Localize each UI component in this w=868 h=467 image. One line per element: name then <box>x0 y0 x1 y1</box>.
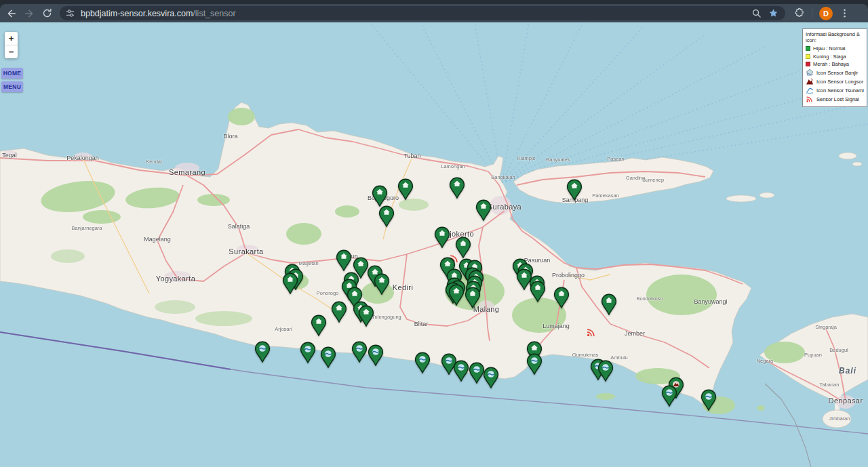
extensions-icon[interactable] <box>793 7 805 19</box>
sensor-marker-banjir[interactable] <box>282 272 298 294</box>
sensor-marker-banjir[interactable] <box>530 281 546 302</box>
sensor-marker-banjir[interactable] <box>397 178 414 200</box>
legend-item-label: Kuning : Siaga <box>813 54 846 60</box>
sensor-marker-banjir[interactable] <box>358 305 374 327</box>
forward-button[interactable] <box>20 5 38 22</box>
legend-icon-item: Sensor Lost Signal <box>806 95 864 104</box>
url-text: bpbdjatim-sensor.kesvira.com/list_sensor <box>81 9 751 18</box>
small-islands <box>726 153 862 202</box>
forward-icon <box>24 8 35 19</box>
bookmark-star-icon[interactable] <box>768 8 778 18</box>
sensor-marker-banjir[interactable] <box>372 185 388 207</box>
longsor-icon <box>806 77 814 85</box>
legend-color-swatch <box>806 46 810 51</box>
site-info-icon[interactable] <box>65 8 75 18</box>
sensor-marker-banjir[interactable] <box>336 249 352 271</box>
sensor-marker-banjir[interactable] <box>434 226 450 248</box>
home-button[interactable]: HOME <box>1 68 23 79</box>
sensor-marker-banjir[interactable] <box>374 273 390 295</box>
url-path: /list_sensor <box>193 9 235 18</box>
legend-status-list: Hijau : NormalKuning : SiagaMerah : Baha… <box>806 45 864 68</box>
back-button[interactable] <box>3 5 20 22</box>
legend-icon-item: Icon Sensor Tsunami <box>806 86 864 95</box>
url-host: bpbdjatim-sensor.kesvira.com <box>81 9 193 18</box>
legend-color-swatch <box>806 62 810 66</box>
legend-item-label: Icon Sensor Banjir <box>816 70 858 76</box>
sensor-marker-tsunami[interactable] <box>351 341 368 363</box>
zoom-in-button[interactable]: + <box>5 32 18 45</box>
menu-kebab-icon[interactable] <box>840 8 850 18</box>
legend-status-item: Merah : Bahaya <box>806 60 864 68</box>
sensor-marker-tsunami[interactable] <box>661 385 677 407</box>
sensor-marker-tsunami[interactable] <box>483 367 499 388</box>
sensor-marker-banjir[interactable] <box>566 179 583 201</box>
sensor-marker-tsunami[interactable] <box>320 346 336 368</box>
legend-panel: Informasi Background & icon: Hijau : Nor… <box>802 28 867 107</box>
profile-avatar[interactable]: D <box>819 7 833 20</box>
map-zoom-control: + − <box>5 32 18 58</box>
address-bar[interactable]: bpbdjatim-sensor.kesvira.com/list_sensor <box>60 6 785 20</box>
menu-button[interactable]: MENU <box>1 81 23 92</box>
legend-item-label: Sensor Lost Signal <box>816 96 859 102</box>
legend-icon-item: Icon Sensor Longsor <box>806 77 864 86</box>
legend-item-label: Icon Sensor Longsor <box>816 79 863 85</box>
legend-status-item: Kuning : Siaga <box>806 53 864 61</box>
sensor-marker-banjir[interactable] <box>448 284 465 306</box>
tsunami-icon <box>806 86 814 94</box>
sensor-marker-tsunami[interactable] <box>597 360 614 382</box>
sensor-lost-signal-marker[interactable] <box>586 327 597 338</box>
legend-item-label: Merah : Bahaya <box>813 61 849 67</box>
sensor-marker-banjir[interactable] <box>449 177 465 199</box>
legend-item-label: Icon Sensor Tsunami <box>816 87 864 94</box>
sensor-marker-banjir[interactable] <box>465 287 481 308</box>
legend-title: Informasi Background & icon: <box>806 31 864 43</box>
toolbar-separator <box>812 9 812 18</box>
sensor-marker-banjir[interactable] <box>553 287 570 308</box>
legend-icon-item: Icon Sensor Banjir <box>806 68 864 77</box>
bukit-peninsula <box>823 410 851 428</box>
zoom-out-button[interactable]: − <box>5 45 18 58</box>
sensor-marker-tsunami[interactable] <box>254 341 271 363</box>
sensor-marker-tsunami[interactable] <box>701 389 717 411</box>
sensor-marker-tsunami[interactable] <box>368 344 384 366</box>
madura-island <box>513 157 713 203</box>
browser-toolbar: bpbdjatim-sensor.kesvira.com/list_sensor… <box>0 4 868 22</box>
sensor-marker-banjir[interactable] <box>601 293 617 315</box>
ferry-routes <box>370 22 868 182</box>
sensor-marker-banjir[interactable] <box>331 301 347 323</box>
sensor-marker-tsunami[interactable] <box>300 342 316 363</box>
reload-button[interactable] <box>38 5 56 22</box>
sensor-marker-tsunami[interactable] <box>453 360 469 382</box>
legend-status-item: Hijau : Normal <box>806 45 864 53</box>
search-icon[interactable] <box>751 8 762 18</box>
legend-color-swatch <box>806 54 810 59</box>
lost-signal-icon <box>806 95 814 103</box>
banjir-icon <box>806 68 814 77</box>
legend-item-label: Hijau : Normal <box>813 45 846 52</box>
sensor-marker-banjir[interactable] <box>378 205 395 227</box>
sensor-marker-banjir[interactable] <box>475 199 492 221</box>
sensor-marker-tsunami[interactable] <box>526 353 542 375</box>
sensor-marker-banjir[interactable] <box>311 314 327 336</box>
back-icon <box>6 8 17 19</box>
map-canvas[interactable]: TegalPekalonganKendalSemarangBloraSalati… <box>0 22 868 467</box>
reload-icon <box>42 8 52 18</box>
legend-icon-list: Icon Sensor BanjirIcon Sensor LongsorIco… <box>806 68 864 104</box>
sensor-marker-tsunami[interactable] <box>414 352 431 373</box>
